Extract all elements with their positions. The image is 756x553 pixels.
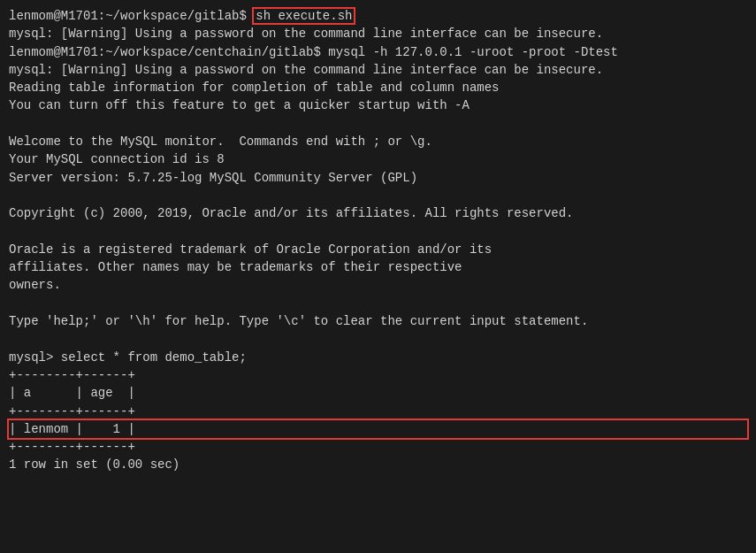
table-border-top: +--------+------+ — [9, 366, 747, 384]
table-header: | a | age | — [9, 384, 747, 402]
terminal-line: Copyright (c) 2000, 2019, Oracle and/or … — [9, 204, 747, 222]
terminal-line: lenmom@M1701:~/workspace/gitlab$ sh exec… — [9, 7, 747, 25]
terminal-window: lenmom@M1701:~/workspace/gitlab$ sh exec… — [0, 0, 756, 553]
table-data-row-highlighted: | lenmom | 1 | — [9, 420, 747, 438]
prompt-text: lenmom@M1701:~/workspace/gitlab$ — [9, 9, 254, 23]
terminal-line: affiliates. Other names may be trademark… — [9, 258, 747, 276]
empty-line — [9, 115, 747, 133]
terminal-line: Oracle is a registered trademark of Orac… — [9, 241, 747, 258]
highlighted-command: sh execute.sh — [254, 9, 354, 23]
result-summary: 1 row in set (0.00 sec) — [9, 456, 747, 473]
table-border-bottom: +--------+------+ — [9, 438, 747, 456]
terminal-line: Your MySQL connection id is 8 — [9, 150, 747, 168]
terminal-line: Reading table information for completion… — [9, 79, 747, 96]
terminal-line: owners. — [9, 276, 747, 294]
terminal-line: mysql: [Warning] Using a password on the… — [9, 25, 747, 42]
empty-line — [9, 187, 747, 204]
terminal-line: Type 'help;' or '\h' for help. Type '\c'… — [9, 312, 747, 330]
terminal-line: Server version: 5.7.25-log MySQL Communi… — [9, 169, 747, 187]
terminal-line-you: You can turn off this feature to get a q… — [9, 96, 747, 114]
terminal-line: mysql: [Warning] Using a password on the… — [9, 61, 747, 79]
terminal-line: Welcome to the MySQL monitor. Commands e… — [9, 133, 747, 150]
empty-line — [9, 223, 747, 241]
mysql-query-line: mysql> select * from demo_table; — [9, 349, 747, 366]
empty-line — [9, 330, 747, 348]
empty-line — [9, 295, 747, 312]
table-header-border: +--------+------+ — [9, 403, 747, 420]
terminal-line: lenmom@M1701:~/workspace/centchain/gitla… — [9, 43, 747, 61]
